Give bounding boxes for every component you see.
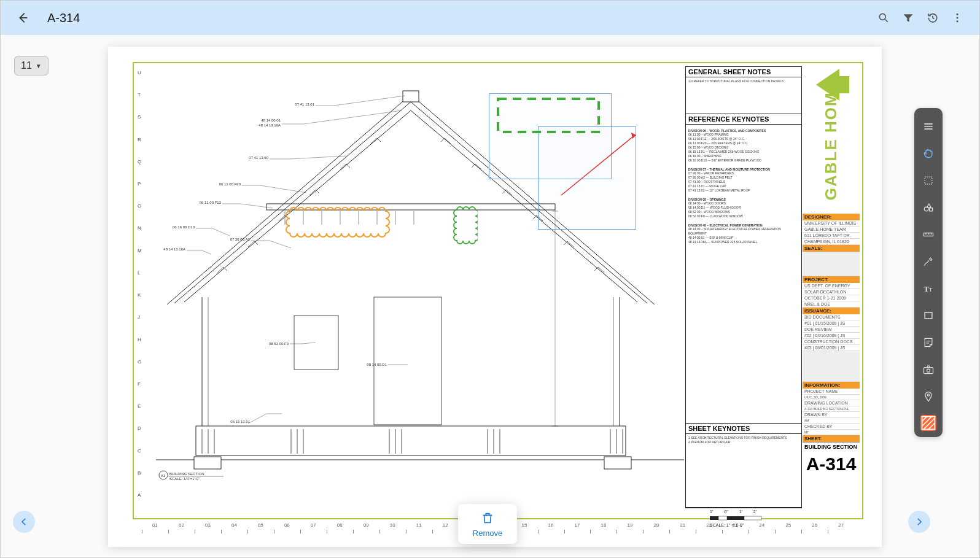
ruler-tick: 19	[616, 522, 643, 536]
tb-designer-head: DESIGNER:	[803, 214, 860, 220]
back-button[interactable]	[10, 6, 35, 30]
svg-rect-57	[710, 516, 718, 520]
svg-line-56	[561, 135, 635, 195]
page-selector[interactable]: 11 ▼	[14, 56, 49, 76]
reference-keynotes-title: REFERENCE KEYNOTES	[686, 114, 801, 125]
keynote-item: 07 41 00 – ROOF PANELS	[688, 180, 799, 184]
pencil-icon	[922, 255, 935, 268]
keynote-item: 48 14 00 – SOLAR ENERGY ELECTRICAL POWER…	[688, 227, 799, 236]
more-button[interactable]	[945, 6, 970, 30]
axis-letter: K	[138, 292, 141, 298]
callout: 07 26 00.A2	[230, 238, 251, 241]
keynote-item: 08 14 00.D1 — WOOD FLUSH DOOR	[688, 206, 799, 210]
section-tag-label: BUILDING SECTION	[169, 472, 204, 476]
tb-row: GABLE HOME TEAM	[803, 227, 860, 233]
svg-rect-4	[925, 177, 932, 184]
svg-text:T: T	[929, 287, 933, 293]
keynote-item: 07 26 00 – VAPOR RETARDERS	[688, 171, 799, 176]
annotation-toolbar: TT	[914, 108, 943, 437]
tb-row: CONSTRUCTION DOCS	[803, 339, 860, 345]
sheet-keynote: 1 SEE ARCHITECTURAL ELEVATIONS FOR FINIS…	[688, 436, 799, 440]
callout: 08 14 00.D1	[367, 363, 387, 366]
ruler-tick: 08	[327, 522, 353, 536]
app-header: A-314	[1, 1, 979, 35]
remove-button[interactable]: Remove	[473, 529, 502, 538]
tool-rectangle[interactable]	[916, 303, 941, 328]
tb-issuance-head: ISSUANCE:	[803, 308, 860, 314]
drawing-sheet[interactable]: UTSRQPONMLKJHGFEDCBA 0102030405060708091…	[108, 47, 882, 547]
tool-camera[interactable]	[916, 357, 941, 382]
svg-rect-58	[718, 516, 727, 520]
svg-rect-10	[925, 312, 932, 319]
annotation-arrow-red[interactable]	[558, 131, 639, 199]
tool-hatch[interactable]	[920, 415, 936, 431]
svg-rect-60	[744, 516, 761, 520]
tool-measure[interactable]	[916, 222, 941, 247]
keynote-item: 06 15 00 – WOOD DECKING	[688, 145, 799, 150]
ruler-tick: 06	[274, 522, 300, 536]
tb-project-head: PROJECT:	[803, 276, 860, 283]
tool-select-area[interactable]	[916, 168, 941, 193]
svg-rect-33	[604, 457, 631, 469]
tb-seals-box	[803, 252, 860, 276]
keynote-item: 08 14 00 – WOOD DOORS	[688, 201, 799, 206]
axis-letter: C	[138, 448, 141, 453]
next-page-button[interactable]	[908, 511, 930, 533]
annotation-cloud-orange[interactable]	[285, 205, 392, 241]
axis-letter: D	[138, 425, 141, 431]
tb-sheet-head: SHEET:	[803, 435, 860, 442]
axis-letter: P	[138, 181, 141, 187]
tb-row: A-314 BUILDING SECTION/2NL	[803, 406, 860, 412]
callout: 48 14 13.16A	[163, 247, 185, 251]
tool-pin[interactable]	[916, 384, 941, 409]
chevron-right-icon	[914, 516, 925, 527]
svg-point-12	[927, 369, 930, 372]
tb-row: DOE REVIEW	[803, 327, 860, 333]
svg-point-13	[927, 394, 929, 396]
prev-page-button[interactable]	[13, 511, 35, 533]
general-note: 1-2 REFER TO STRUCTURAL PLANS FOR CONNEC…	[688, 79, 799, 83]
axis-letter: H	[138, 336, 141, 342]
tool-note[interactable]	[916, 330, 941, 355]
svg-rect-11	[924, 368, 933, 374]
svg-rect-59	[727, 516, 744, 520]
more-vert-icon	[951, 12, 963, 24]
tool-menu[interactable]	[916, 114, 941, 139]
section-tag-num: A1	[161, 474, 166, 478]
svg-rect-6	[930, 208, 933, 211]
tool-shapes[interactable]	[916, 195, 941, 220]
page-title: A-314	[47, 11, 80, 25]
history-button[interactable]	[920, 6, 945, 30]
dropdown-caret-icon: ▼	[36, 63, 42, 69]
ruler-tick: 05	[247, 522, 274, 536]
tb-row: 611 LOREDO TAFT DR.	[803, 233, 860, 239]
keynote-item: 48 14 00.01 — S-5! U-MINI CLIP	[688, 236, 799, 240]
menu-icon	[922, 120, 935, 133]
tool-freehand[interactable]	[916, 249, 941, 274]
annotation-dashed-rect[interactable]	[496, 97, 601, 134]
tb-seals-head: SEALS:	[803, 245, 860, 252]
tb-row: NREL & DOE	[803, 301, 860, 308]
keynote-item: 07 26 00.A2 — BUILDING FELT	[688, 176, 799, 180]
callout: 06 11 00.F12	[200, 201, 222, 204]
tb-row: DRAWN BY	[803, 412, 860, 418]
callout: 06 15 13.91	[230, 420, 250, 424]
axis-letter: A	[138, 492, 141, 498]
ruler-tick: 17	[564, 522, 591, 536]
notes-panel: GENERAL SHEET NOTES 1-2 REFER TO STRUCTU…	[685, 66, 802, 508]
ruler-tick: 27	[828, 522, 854, 536]
tb-row: SOLAR DECATHLON	[803, 289, 860, 295]
keynote-item: 08 52 00.F9 — CLAD WOOD WINDOW	[688, 214, 799, 219]
filter-icon	[902, 12, 914, 24]
tool-pan[interactable]	[916, 141, 941, 166]
annotation-cloud-green[interactable]	[452, 205, 478, 251]
filter-button[interactable]	[896, 6, 920, 30]
selection-icon	[922, 174, 935, 187]
tb-info-head: INFORMATION:	[803, 382, 860, 389]
search-icon	[877, 12, 890, 24]
ruler-tick: 21	[669, 522, 696, 536]
callout: 48 14 13.16A	[259, 123, 281, 127]
search-button[interactable]	[871, 6, 896, 30]
tb-row: MT	[803, 430, 860, 435]
tool-text[interactable]: TT	[916, 276, 941, 301]
